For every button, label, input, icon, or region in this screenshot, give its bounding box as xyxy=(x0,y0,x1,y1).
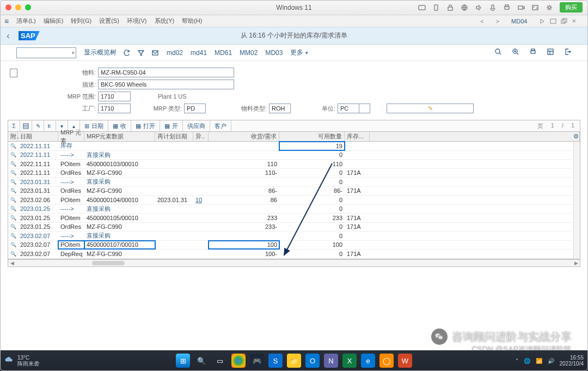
receive-button[interactable]: ▦收 xyxy=(108,120,131,131)
filter-icon[interactable] xyxy=(137,49,145,57)
gear-icon[interactable] xyxy=(546,4,553,11)
table-row[interactable]: 🔍2022.11.11----->直接采购0 xyxy=(8,151,580,160)
sum-icon[interactable]: Σ xyxy=(8,120,20,131)
lock-icon[interactable] xyxy=(446,4,454,11)
document-icon[interactable] xyxy=(10,69,17,77)
mail-icon[interactable] xyxy=(151,49,159,57)
col-exc[interactable]: 异.. xyxy=(193,132,209,141)
camera-icon[interactable] xyxy=(517,4,525,11)
horizontal-scrollbar[interactable]: ◀▶ xyxy=(8,259,580,267)
menu-burger-icon[interactable]: ≡ xyxy=(4,17,9,26)
table-row[interactable]: 🔍2023.02.07----->直接采购0 xyxy=(8,232,580,241)
system-tray[interactable]: ˄ 🌐 📶 🔊 16:55 2022/10/4 xyxy=(516,355,584,367)
table-row[interactable]: 🔍2022.11.11OrdResMZ-FG-C990110-0171A xyxy=(8,169,580,178)
tree-icon[interactable] xyxy=(44,120,56,131)
mrptype-input[interactable]: PD xyxy=(184,104,206,113)
window-icon[interactable] xyxy=(550,18,556,25)
steam-icon[interactable]: 🎮 xyxy=(250,354,264,368)
chevron-left-icon[interactable]: < xyxy=(480,18,483,25)
close-dot[interactable] xyxy=(5,4,11,10)
chevron-right-icon[interactable]: > xyxy=(496,18,499,25)
start-icon[interactable]: ⊞ xyxy=(176,354,190,368)
cell-exception[interactable]: 10 xyxy=(193,196,209,204)
menu-item[interactable]: 编辑(E) xyxy=(44,17,64,25)
uom-help[interactable] xyxy=(359,104,370,113)
detail-icon[interactable]: 🔍 xyxy=(10,170,16,175)
menu-item[interactable]: 帮助(H) xyxy=(182,17,202,25)
table-row[interactable]: 🔍2023.01.25----->直接采购0 xyxy=(8,205,580,214)
detail-icon[interactable]: 🔍 xyxy=(10,215,16,221)
back-button[interactable]: ‹ xyxy=(0,31,16,41)
sound-icon[interactable] xyxy=(475,4,482,11)
mic-icon[interactable] xyxy=(489,4,497,11)
taskview-icon[interactable]: ▭ xyxy=(213,354,227,368)
detail-icon[interactable]: 🔍 xyxy=(10,161,16,167)
edge-icon[interactable]: e xyxy=(361,354,375,368)
run-icon[interactable] xyxy=(539,18,546,25)
desc-input[interactable]: BKC-950 Wheels xyxy=(98,80,234,89)
table-row[interactable]: 🔍2023.02.06POitem4500000104/000102023.01… xyxy=(8,196,580,205)
more-dropdown[interactable]: 更多 ▾ xyxy=(290,48,308,57)
detail-icon[interactable]: 🔍 xyxy=(10,251,16,257)
table-row[interactable]: 🔍2022.11.11POitem4500000103/00010110110 xyxy=(8,160,580,169)
menu-item[interactable]: 系统(Y) xyxy=(155,17,175,25)
device-icon[interactable] xyxy=(432,4,440,11)
detail-icon[interactable]: 🔍 xyxy=(10,233,16,239)
col-mrpel[interactable]: MRP 元素 xyxy=(58,132,84,141)
layout-icon[interactable] xyxy=(547,48,554,57)
vendor-button[interactable]: 供应商 xyxy=(183,120,210,131)
detail-icon[interactable]: 🔍 xyxy=(10,188,16,193)
show-tree-link[interactable]: 显示概览树 xyxy=(84,48,117,57)
excel-icon[interactable]: X xyxy=(342,354,357,368)
table-row[interactable]: 🔍2023.01.25OrdResMZ-FG-C990233-0171A xyxy=(8,223,580,232)
close-icon[interactable]: × xyxy=(572,17,576,25)
col-mrpdata[interactable]: MRP元素数据 xyxy=(84,132,155,141)
tcode-link[interactable]: md41 xyxy=(191,49,207,57)
zoom-dot[interactable] xyxy=(25,4,31,10)
overlap-icon[interactable] xyxy=(561,18,567,25)
menu-item[interactable]: 清单(L) xyxy=(16,17,35,25)
weather-widget[interactable]: 13°C阵雨来袭 xyxy=(4,355,39,367)
table-row[interactable]: 🔍2022.11.11库存19 xyxy=(8,142,580,151)
customer-button[interactable]: 客户 xyxy=(210,120,231,131)
tray-volume-icon[interactable]: 🔊 xyxy=(548,358,554,364)
date-button[interactable]: ⊞日期 xyxy=(80,120,108,131)
tcode-link[interactable]: MM02 xyxy=(240,49,258,57)
detail-icon[interactable]: 🔍 xyxy=(10,206,16,211)
detail-icon[interactable]: 🔍 xyxy=(10,179,16,185)
edit-icon[interactable]: ✎ xyxy=(32,120,44,131)
refresh-icon[interactable] xyxy=(123,49,131,57)
tray-chevron-icon[interactable]: ˄ xyxy=(516,358,518,364)
folder-icon[interactable]: 📁 xyxy=(287,354,301,368)
tray-wifi-icon[interactable]: 📶 xyxy=(536,358,542,364)
detail-icon[interactable]: 🔍 xyxy=(10,152,16,157)
menu-item[interactable]: 转到(G) xyxy=(71,17,91,25)
table-row[interactable]: 🔍2023.01.31----->直接采购0 xyxy=(8,178,580,187)
transfer-icon[interactable] xyxy=(531,4,539,11)
exit-icon[interactable] xyxy=(564,48,572,57)
app-icon[interactable]: ◯ xyxy=(379,354,394,368)
col-avail[interactable]: 可用数量 xyxy=(279,132,345,141)
mattype-input[interactable]: ROH xyxy=(269,104,291,113)
detail-icon[interactable]: 🔍 xyxy=(10,242,16,247)
print-icon[interactable] xyxy=(529,48,537,57)
vertical-scrollbar[interactable] xyxy=(573,142,580,259)
col-sloc[interactable]: 库存... xyxy=(345,132,370,141)
col-recreq[interactable]: 收货/需求 xyxy=(209,132,279,141)
detail-icon[interactable]: 🔍 xyxy=(10,224,16,229)
tcode-link[interactable]: MD03 xyxy=(265,49,283,57)
onenote-icon[interactable]: N xyxy=(324,354,338,368)
open2-button[interactable]: ▦开 xyxy=(160,120,183,131)
outlook-icon[interactable]: O xyxy=(305,354,320,368)
detail-icon[interactable]: 🔍 xyxy=(10,197,16,203)
menu-item[interactable]: 环境(V) xyxy=(127,17,147,25)
col-replan[interactable]: 再计划日期 xyxy=(155,132,193,141)
material-extra-button[interactable]: ✎ xyxy=(387,104,474,113)
keyboard-icon[interactable] xyxy=(418,4,426,11)
col-attach[interactable]: 附.. xyxy=(8,132,18,141)
grid-settings-icon[interactable]: ⚙ xyxy=(573,133,579,140)
table-row[interactable]: 🔍2023.01.31OrdResMZ-FG-C99086-86-171A xyxy=(8,187,580,196)
print-icon[interactable] xyxy=(503,4,511,11)
tcode-link[interactable]: md02 xyxy=(167,49,183,57)
table-row[interactable]: 🔍2023.01.25POitem4500000105/000102332331… xyxy=(8,214,580,223)
